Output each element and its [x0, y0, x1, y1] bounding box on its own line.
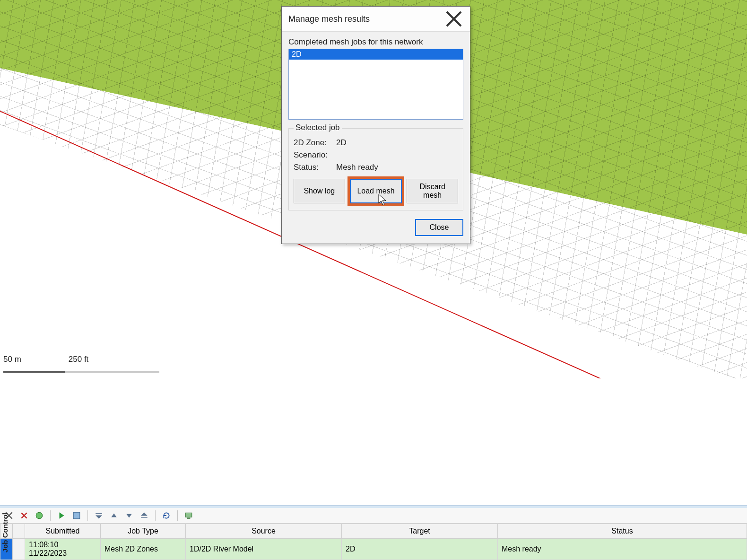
job-list-item[interactable]: 2D — [289, 49, 463, 60]
job-toolbar — [0, 508, 747, 524]
refresh-icon[interactable] — [160, 510, 173, 521]
scenario-value — [336, 150, 458, 160]
globe-icon[interactable] — [33, 510, 45, 521]
cancel-job-icon[interactable] — [18, 510, 30, 521]
play-icon[interactable] — [55, 510, 68, 521]
computer-icon[interactable] — [182, 510, 195, 521]
scale-bar: 50 m 250 ft — [3, 355, 88, 364]
move-up-icon[interactable] — [108, 510, 120, 521]
group-title: Selected job — [294, 123, 342, 132]
panel-side-label[interactable]: Job Control — [0, 510, 10, 555]
move-bottom-icon[interactable] — [138, 510, 150, 521]
cell-jobtype: Mesh 2D Zones — [101, 539, 186, 560]
cell-submitted: 11:08:10 11/22/2023 — [25, 539, 101, 560]
job-control-panel: Submitted Job Type Source Target Status … — [0, 505, 747, 560]
scale-label-imperial: 250 ft — [69, 355, 89, 364]
col-submitted[interactable]: Submitted — [25, 524, 101, 539]
scale-seg-a — [3, 371, 65, 373]
job-table[interactable]: Submitted Job Type Source Target Status … — [0, 524, 747, 560]
col-status[interactable]: Status — [498, 524, 747, 539]
status-label: Status: — [294, 163, 336, 172]
scale-label-metric: 50 m — [3, 355, 21, 364]
map-square-icon[interactable] — [70, 510, 83, 521]
svg-rect-2 — [185, 513, 192, 517]
show-log-button[interactable]: Show log — [294, 179, 345, 203]
scenario-label: Scenario: — [294, 150, 336, 160]
scale-seg-b — [65, 371, 159, 373]
zone-label: 2D Zone: — [294, 138, 336, 148]
dialog-titlebar[interactable]: Manage mesh results — [282, 7, 470, 32]
move-top-icon[interactable] — [93, 510, 105, 521]
close-button[interactable]: Close — [415, 219, 463, 236]
load-mesh-button[interactable]: Load mesh — [350, 179, 402, 203]
col-target[interactable]: Target — [342, 524, 498, 539]
svg-rect-3 — [187, 518, 191, 519]
col-jobtype[interactable]: Job Type — [101, 524, 186, 539]
jobs-listbox[interactable]: 2D — [288, 49, 463, 120]
table-header-row: Submitted Job Type Source Target Status — [0, 524, 747, 539]
cell-status: Mesh ready — [498, 539, 747, 560]
col-source[interactable]: Source — [186, 524, 342, 539]
discard-mesh-button[interactable]: Discard mesh — [407, 179, 458, 203]
jobs-list-label: Completed mesh jobs for this network — [288, 37, 463, 47]
cell-source: 1D/2D River Model — [186, 539, 342, 560]
svg-rect-1 — [73, 512, 80, 519]
dialog-title: Manage mesh results — [288, 14, 370, 24]
manage-mesh-dialog: Manage mesh results Completed mesh jobs … — [281, 6, 470, 244]
status-value: Mesh ready — [336, 163, 458, 172]
selected-job-group: Selected job 2D Zone: 2D Scenario: Statu… — [288, 128, 463, 210]
zone-value: 2D — [336, 138, 458, 148]
cell-target: 2D — [342, 539, 498, 560]
move-down-icon[interactable] — [123, 510, 135, 521]
table-row[interactable]: 11:08:10 11/22/2023 Mesh 2D Zones 1D/2D … — [0, 539, 747, 560]
svg-point-0 — [36, 512, 43, 519]
close-icon[interactable] — [444, 11, 463, 26]
